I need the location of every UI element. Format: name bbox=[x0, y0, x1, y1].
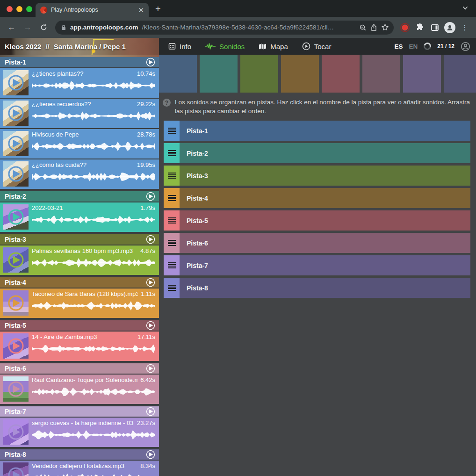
audio-clip[interactable]: 14 - Aire de Zamba.mp317.11s bbox=[0, 332, 159, 361]
track-section-header[interactable]: Pista-4 bbox=[0, 277, 159, 288]
track-row-body[interactable]: Pista-4 bbox=[180, 188, 470, 208]
clip-thumbnail[interactable] bbox=[3, 419, 29, 445]
audio-clip[interactable]: ¿¿como las cuida??19.95s bbox=[0, 159, 159, 189]
track-play-button[interactable] bbox=[146, 407, 155, 416]
clip-waveform[interactable] bbox=[32, 343, 155, 354]
url-bar[interactable]: app.antropoloops.com /Kleos-Santa-Marina… bbox=[55, 21, 394, 35]
reload-icon[interactable] bbox=[36, 21, 50, 35]
track-section-header[interactable]: Pista-2 bbox=[0, 191, 159, 202]
clip-waveform[interactable] bbox=[32, 141, 155, 152]
lang-es-button[interactable]: ES bbox=[395, 43, 403, 50]
clip-thumbnail[interactable] bbox=[3, 101, 29, 126]
track-section-header[interactable]: Pista-6 bbox=[0, 363, 159, 374]
track-row-Pista-7[interactable]: Pista-7 bbox=[164, 255, 470, 275]
share-icon[interactable] bbox=[370, 24, 377, 31]
nav-item-mapa[interactable]: Mapa bbox=[259, 43, 288, 50]
track-section-header[interactable]: Pista-7 bbox=[0, 406, 159, 417]
clip-waveform[interactable] bbox=[32, 214, 155, 225]
track-row-body[interactable]: Pista-3 bbox=[180, 166, 470, 186]
track-row-body[interactable]: Pista-1 bbox=[180, 121, 470, 141]
audio-clip[interactable]: Vendedor callejero Hortalizas.mp38.34s bbox=[0, 461, 159, 476]
audio-clip[interactable]: Hiviscus de Pepe28.78s bbox=[0, 129, 159, 159]
new-tab-button[interactable]: + bbox=[155, 4, 161, 14]
bookmark-star-icon[interactable] bbox=[381, 23, 389, 31]
clip-waveform[interactable] bbox=[32, 386, 155, 397]
track-row-Pista-6[interactable]: Pista-6 bbox=[164, 233, 470, 253]
track-play-button[interactable] bbox=[146, 235, 155, 244]
audio-clip[interactable]: Raul Cantizano- Toque por Solenoide.mp36… bbox=[0, 375, 159, 404]
track-row-body[interactable]: Pista-7 bbox=[180, 255, 470, 275]
drag-handle[interactable] bbox=[164, 210, 180, 231]
zoom-window-button[interactable] bbox=[26, 6, 32, 12]
clip-thumbnail[interactable] bbox=[3, 376, 29, 402]
audio-clip[interactable]: ¿¿tienes plantas??10.74s bbox=[0, 68, 159, 98]
track-row-body[interactable]: Pista-8 bbox=[180, 278, 470, 298]
clip-thumbnail[interactable] bbox=[3, 161, 29, 187]
clip-thumbnail[interactable] bbox=[3, 70, 29, 95]
track-row-Pista-8[interactable]: Pista-8 bbox=[164, 278, 470, 298]
clip-waveform[interactable] bbox=[32, 429, 155, 440]
audio-clip[interactable]: 2022-03-211.79s bbox=[0, 202, 159, 232]
minimize-window-button[interactable] bbox=[16, 6, 22, 12]
clip-waveform[interactable] bbox=[32, 300, 155, 311]
drag-handle[interactable] bbox=[164, 255, 180, 275]
browser-profile-avatar[interactable] bbox=[443, 21, 456, 34]
drag-handle[interactable] bbox=[164, 233, 180, 253]
nav-item-info[interactable]: Info bbox=[168, 43, 191, 50]
audio-clip[interactable]: Taconeo de Sara Baras (128 kbps).mp31.11… bbox=[0, 288, 159, 318]
track-row-Pista-2[interactable]: Pista-2 bbox=[164, 143, 470, 163]
tab-close-icon[interactable]: ✕ bbox=[138, 7, 144, 14]
track-section-header[interactable]: Pista-1 bbox=[0, 57, 159, 67]
nav-item-sonidos[interactable]: Sonidos bbox=[205, 43, 245, 50]
track-row-body[interactable]: Pista-6 bbox=[180, 233, 470, 253]
drag-handle[interactable] bbox=[164, 278, 180, 298]
drag-handle[interactable] bbox=[164, 166, 180, 186]
browser-menu-kebab-icon[interactable]: ⋮ bbox=[458, 21, 471, 34]
forward-icon[interactable]: → bbox=[21, 21, 35, 35]
track-row-Pista-3[interactable]: Pista-3 bbox=[164, 166, 470, 186]
clip-thumbnail[interactable] bbox=[3, 333, 29, 359]
clip-waveform[interactable] bbox=[32, 472, 155, 476]
track-play-button[interactable] bbox=[146, 278, 155, 287]
track-play-button[interactable] bbox=[146, 192, 155, 201]
drag-handle[interactable] bbox=[164, 188, 180, 208]
extensions-puzzle-icon[interactable] bbox=[413, 21, 426, 34]
track-section-header[interactable]: Pista-5 bbox=[0, 320, 159, 331]
clip-thumbnail[interactable] bbox=[3, 290, 29, 316]
close-window-button[interactable] bbox=[7, 6, 13, 12]
track-play-button[interactable] bbox=[146, 58, 155, 67]
recording-extension-icon[interactable] bbox=[398, 21, 411, 34]
clip-waveform[interactable] bbox=[32, 110, 155, 122]
zoom-page-icon[interactable] bbox=[359, 24, 367, 31]
nav-item-tocar[interactable]: Tocar bbox=[302, 42, 332, 50]
track-play-button[interactable] bbox=[146, 321, 155, 330]
clip-thumbnail[interactable] bbox=[3, 247, 29, 273]
track-play-button[interactable] bbox=[146, 364, 155, 373]
track-row-Pista-5[interactable]: Pista-5 bbox=[164, 210, 470, 231]
track-section-header[interactable]: Pista-3 bbox=[0, 234, 159, 245]
clip-waveform[interactable] bbox=[32, 171, 155, 182]
browser-tab[interactable]: Play Antropoloops ✕ bbox=[36, 3, 149, 17]
track-row-Pista-1[interactable]: Pista-1 bbox=[164, 121, 470, 141]
clip-thumbnail[interactable] bbox=[3, 462, 29, 476]
track-row-Pista-4[interactable]: Pista-4 bbox=[164, 188, 470, 208]
track-play-button[interactable] bbox=[146, 450, 155, 459]
track-section-header[interactable]: Pista-8 bbox=[0, 449, 159, 460]
clip-thumbnail[interactable] bbox=[3, 131, 29, 156]
breadcrumb-project[interactable]: Kleos 2022 bbox=[5, 43, 41, 50]
tab-search-chevron-icon[interactable] bbox=[462, 5, 469, 13]
clip-waveform[interactable] bbox=[32, 257, 155, 268]
clip-thumbnail[interactable] bbox=[3, 204, 29, 230]
account-icon[interactable] bbox=[461, 42, 470, 51]
map-banner-image[interactable]: Kleos 2022 // Santa Marina / Pepe 1 bbox=[0, 38, 159, 55]
back-icon[interactable]: ← bbox=[5, 21, 19, 35]
audio-clip[interactable]: ¿¿tienes recuerdos??29.22s bbox=[0, 99, 159, 128]
side-panel-icon[interactable] bbox=[428, 21, 441, 34]
track-row-body[interactable]: Pista-2 bbox=[180, 143, 470, 163]
drag-handle[interactable] bbox=[164, 121, 180, 141]
lang-en-button[interactable]: EN bbox=[409, 43, 418, 50]
track-row-body[interactable]: Pista-5 bbox=[180, 210, 470, 231]
audio-clip[interactable]: sergio cuevas - la harpe indienne - 03 -… bbox=[0, 418, 159, 447]
audio-clip[interactable]: Palmas sevillanas 160 bpm mp3.mp34.87s bbox=[0, 245, 159, 275]
clip-waveform[interactable] bbox=[32, 80, 155, 91]
